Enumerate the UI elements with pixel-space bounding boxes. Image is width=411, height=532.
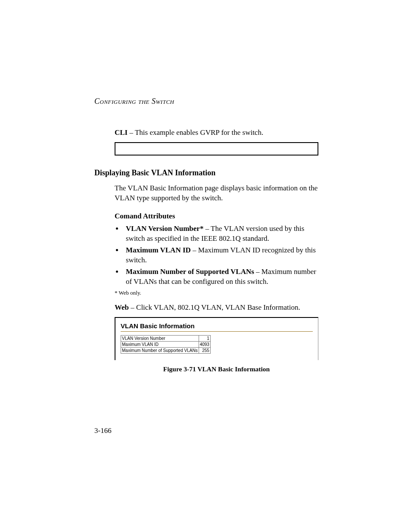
page-number: 3-166 [94, 426, 112, 435]
panel-divider [121, 331, 313, 332]
panel-title: VLAN Basic Information [121, 322, 313, 330]
table-row: Maximum VLAN ID 4093 [121, 341, 211, 347]
footnote: * Web only. [115, 289, 318, 296]
code-box [115, 142, 318, 156]
attribute-item: VLAN Version Number* – The VLAN version … [123, 224, 318, 244]
web-text: – Click VLAN, 802.1Q VLAN, VLAN Base Inf… [129, 303, 300, 311]
row-label: VLAN Version Number [121, 335, 199, 341]
table-row: Maximum Number of Supported VLANs 255 [121, 347, 211, 353]
row-value: 255 [199, 347, 210, 353]
intro-paragraph: The VLAN Basic Information page displays… [115, 184, 318, 203]
cli-text: – This example enables GVRP for the swit… [128, 128, 263, 137]
row-label: Maximum VLAN ID [121, 341, 199, 347]
attribute-item: Maximum VLAN ID – Maximum VLAN ID recogn… [123, 246, 318, 265]
attributes-list: VLAN Version Number* – The VLAN version … [115, 224, 318, 287]
screenshot-frame: VLAN Basic Information VLAN Version Numb… [115, 317, 318, 360]
cli-block: CLI – This example enables GVRP for the … [115, 128, 318, 156]
section-body: The VLAN Basic Information page displays… [115, 184, 318, 373]
attributes-heading: Comand Attributes [115, 212, 318, 221]
cli-label: CLI [115, 128, 128, 137]
row-value: 1 [199, 335, 210, 341]
web-line: Web – Click VLAN, 802.1Q VLAN, VLAN Base… [115, 303, 318, 312]
row-value: 4093 [199, 341, 210, 347]
attribute-item: Maximum Number of Supported VLANs – Maxi… [123, 267, 318, 287]
running-head-text: Configuring the Switch [94, 97, 174, 106]
cli-line: CLI – This example enables GVRP for the … [115, 128, 318, 137]
page-container: Configuring the Switch CLI – This exampl… [0, 0, 411, 532]
attribute-term: Maximum Number of Supported VLANs [126, 268, 254, 276]
attribute-term: VLAN Version Number* [126, 224, 203, 233]
web-label: Web [115, 303, 129, 311]
row-label: Maximum Number of Supported VLANs [121, 347, 199, 353]
figure-caption: Figure 3-71 VLAN Basic Information [115, 365, 318, 373]
info-table: VLAN Version Number 1 Maximum VLAN ID 40… [121, 335, 211, 354]
running-head: Configuring the Switch [94, 97, 318, 106]
attribute-term: Maximum VLAN ID [126, 246, 191, 254]
table-row: VLAN Version Number 1 [121, 335, 211, 341]
section-heading: Displaying Basic VLAN Information [94, 168, 318, 177]
